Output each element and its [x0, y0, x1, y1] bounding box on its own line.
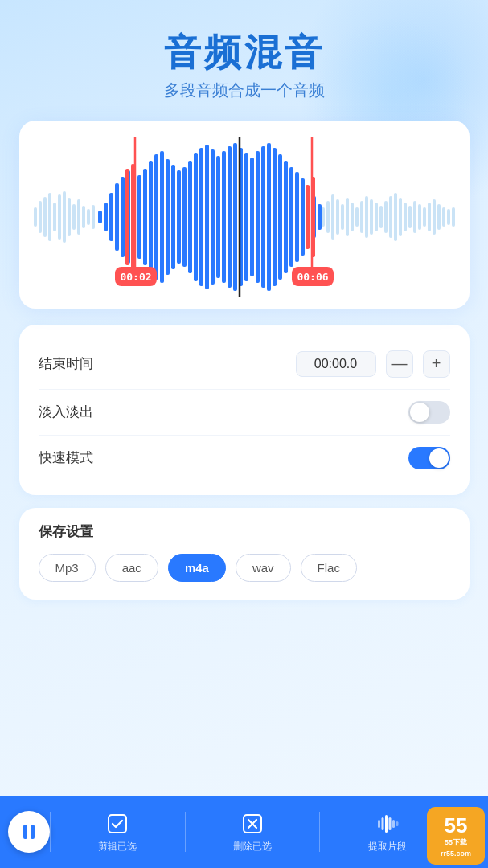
fade-toggle[interactable]: [408, 401, 450, 424]
play-pause-button[interactable]: [8, 811, 50, 853]
svg-rect-54: [171, 165, 175, 269]
page-wrapper: 音频混音 多段音频合成一个音频: [0, 0, 488, 868]
svg-rect-4: [53, 203, 56, 231]
svg-rect-12: [92, 205, 95, 229]
toolbar-delete-selected[interactable]: 删除已选: [186, 811, 320, 854]
svg-rect-40: [452, 207, 455, 227]
svg-rect-14: [326, 201, 330, 233]
svg-text:00:02: 00:02: [120, 271, 151, 283]
svg-rect-27: [389, 196, 392, 238]
end-time-row: 结束时间 00:00.0 — +: [39, 339, 450, 390]
svg-rect-51: [154, 154, 158, 280]
svg-rect-16: [336, 199, 339, 235]
svg-rect-36: [433, 199, 436, 235]
bottom-toolbar: 剪辑已选 删除已选: [0, 796, 488, 868]
extract-label: 提取片段: [368, 840, 407, 854]
svg-rect-63: [222, 151, 226, 283]
svg-rect-42: [104, 203, 108, 231]
toolbar-edit-selected[interactable]: 剪辑已选: [51, 811, 185, 854]
fast-mode-label: 快速模式: [39, 448, 93, 467]
svg-rect-77: [301, 178, 305, 256]
svg-rect-22: [365, 196, 368, 238]
svg-rect-10: [82, 206, 85, 228]
svg-rect-70: [261, 146, 265, 288]
fade-toggle-knob: [410, 403, 429, 422]
svg-rect-59: [199, 148, 203, 286]
svg-rect-99: [388, 817, 391, 830]
plus-button[interactable]: +: [423, 350, 450, 378]
svg-rect-25: [379, 206, 383, 228]
svg-rect-30: [404, 203, 407, 231]
svg-rect-11: [87, 209, 90, 225]
svg-rect-2: [43, 197, 47, 237]
svg-rect-98: [385, 815, 388, 833]
format-mp3[interactable]: Mp3: [39, 554, 96, 582]
format-wav[interactable]: wav: [236, 554, 291, 582]
delete-selected-label: 删除已选: [233, 840, 272, 854]
svg-rect-41: [98, 211, 102, 223]
watermark-box: 55 55下载 rr55.com: [427, 807, 485, 865]
svg-rect-57: [188, 161, 192, 273]
svg-rect-17: [341, 204, 344, 230]
svg-rect-100: [392, 820, 395, 828]
edit-selected-icon: [105, 811, 130, 837]
end-time-display[interactable]: 00:00.0: [296, 351, 376, 377]
svg-rect-5: [58, 194, 61, 240]
svg-rect-13: [322, 207, 325, 227]
svg-rect-52: [160, 151, 164, 283]
fade-row: 淡入淡出: [39, 390, 450, 436]
fast-mode-row: 快速模式: [39, 436, 450, 481]
fade-label: 淡入淡出: [39, 403, 93, 421]
svg-rect-15: [331, 194, 334, 240]
svg-rect-72: [273, 148, 277, 286]
svg-rect-83: [306, 185, 310, 249]
svg-rect-68: [250, 158, 254, 276]
svg-rect-31: [408, 206, 412, 228]
svg-rect-81: [125, 169, 129, 265]
svg-rect-19: [351, 203, 354, 231]
svg-rect-96: [378, 820, 380, 828]
end-time-label: 结束时间: [39, 354, 93, 373]
svg-rect-23: [370, 199, 373, 235]
watermark-site1: 55下载: [445, 837, 467, 848]
svg-rect-75: [289, 167, 293, 267]
svg-rect-56: [182, 167, 187, 267]
svg-rect-53: [166, 159, 170, 275]
svg-rect-24: [375, 203, 378, 231]
svg-rect-58: [194, 153, 198, 281]
svg-rect-20: [355, 207, 359, 227]
svg-rect-45: [121, 177, 125, 257]
minus-button[interactable]: —: [386, 350, 413, 378]
svg-rect-0: [34, 207, 37, 227]
svg-rect-35: [428, 203, 431, 231]
svg-rect-50: [149, 161, 153, 273]
waveform-container[interactable]: 00:02 00:06: [32, 137, 457, 297]
format-row: Mp3 aac m4a wav Flac: [39, 554, 450, 582]
pause-icon: [23, 825, 35, 839]
format-aac[interactable]: aac: [105, 554, 158, 582]
format-m4a[interactable]: m4a: [168, 554, 226, 582]
svg-rect-48: [137, 175, 141, 259]
fast-mode-toggle[interactable]: [408, 447, 450, 469]
svg-rect-28: [394, 193, 397, 241]
svg-rect-8: [72, 204, 76, 230]
svg-rect-1: [39, 201, 42, 233]
extract-icon: [375, 811, 400, 837]
svg-rect-7: [68, 198, 71, 236]
svg-rect-74: [284, 161, 288, 273]
waveform-svg: 00:02 00:06: [32, 137, 457, 297]
svg-rect-61: [211, 149, 215, 285]
svg-rect-69: [256, 151, 260, 283]
watermark: 55 55下载 rr55.com: [427, 807, 485, 865]
svg-rect-97: [381, 817, 383, 830]
delete-selected-icon: [240, 811, 265, 837]
format-flac[interactable]: Flac: [301, 554, 357, 582]
svg-rect-9: [77, 199, 80, 235]
svg-rect-76: [295, 172, 299, 262]
svg-rect-60: [205, 145, 209, 289]
svg-rect-49: [143, 169, 147, 265]
svg-rect-21: [360, 201, 363, 233]
svg-rect-33: [418, 204, 421, 230]
svg-rect-32: [413, 201, 416, 233]
save-section-title: 保存设置: [39, 522, 450, 541]
